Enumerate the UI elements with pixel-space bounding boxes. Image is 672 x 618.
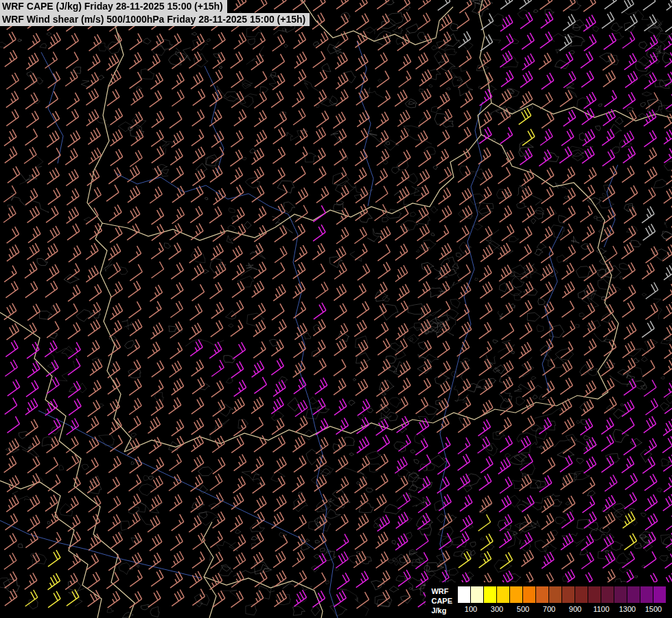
cape-legend: WRF CAPE J/kg 10030050070090011001300150… [426, 582, 672, 618]
legend-swatch [484, 586, 496, 603]
legend-swatch [523, 586, 535, 603]
legend-tick-label: 500 [510, 605, 536, 613]
legend-swatch [588, 586, 601, 603]
legend-swatch [458, 586, 470, 603]
weather-map: WRF CAPE (J/kg) Friday 28-11-2025 15:00 … [0, 0, 672, 618]
legend-swatch [653, 586, 666, 603]
legend-tick-label: 1500 [640, 605, 667, 613]
header-line-shear: WRF Wind shear (m/s) 500/1000hPa Friday … [0, 13, 310, 26]
legend-tick-label: 900 [562, 605, 588, 613]
legend-swatch [640, 586, 653, 603]
legend-swatch [536, 586, 548, 603]
legend-swatch [549, 586, 561, 603]
legend-swatch [627, 586, 640, 603]
legend-swatch [614, 586, 627, 603]
legend-swatches [458, 586, 667, 603]
legend-tick-label: 1100 [588, 605, 614, 613]
legend-tick-label: 700 [536, 605, 562, 613]
weather-map-canvas [0, 0, 672, 618]
legend-swatch [471, 586, 483, 603]
legend-ticks: 100300500700900110013001500 [458, 605, 667, 613]
legend-swatch [497, 586, 509, 603]
header-line-cape: WRF CAPE (J/kg) Friday 28-11-2025 15:00 … [0, 0, 227, 13]
legend-tick-label: 1300 [614, 605, 640, 613]
legend-scale: 100300500700900110013001500 [458, 586, 667, 613]
legend-title-variable: CAPE [431, 596, 452, 606]
legend-title-units: J/kg [431, 606, 452, 615]
legend-swatch [510, 586, 522, 603]
legend-swatch [562, 586, 575, 603]
legend-tick-label: 300 [484, 605, 510, 613]
legend-swatch [601, 586, 614, 603]
legend-title: WRF CAPE J/kg [431, 586, 452, 615]
legend-title-model: WRF [431, 586, 452, 596]
legend-tick-label: 100 [458, 605, 484, 613]
map-header: WRF CAPE (J/kg) Friday 28-11-2025 15:00 … [0, 0, 310, 26]
legend-swatch [575, 586, 588, 603]
